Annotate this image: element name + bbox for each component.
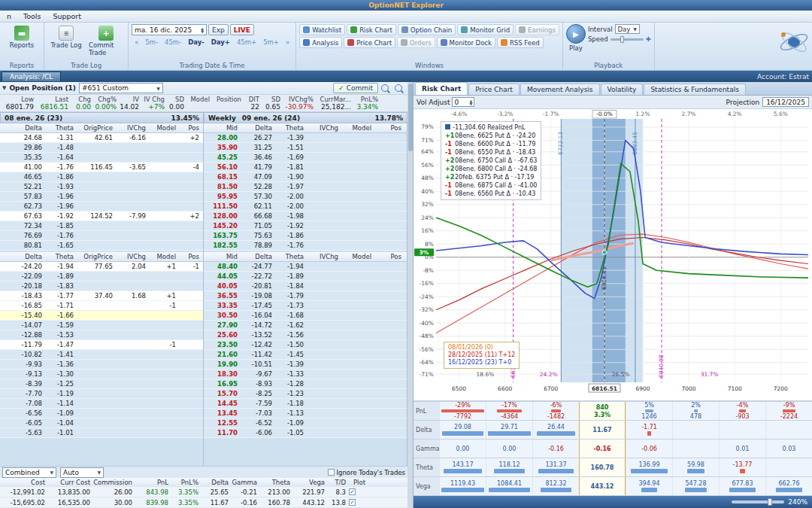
option-row[interactable]: -16.85-1.71-1 — [0, 301, 203, 311]
option-row[interactable]: 29.86-1.48 — [0, 143, 203, 153]
option-row[interactable]: -5.63-1.01 — [0, 428, 203, 438]
option-row[interactable]: 163.7575.63-1.86 — [204, 231, 407, 241]
option-row[interactable]: 67.63-1.92124.52-7.99+2 — [0, 211, 203, 221]
plot-checkbox[interactable]: ✓ — [349, 488, 356, 495]
menu-item-tools[interactable]: Tools — [18, 11, 46, 21]
auto-select[interactable]: Auto▼ — [60, 467, 104, 478]
option-row[interactable]: 68.1547.09-1.90 — [204, 172, 407, 182]
collapse-chevron-icon[interactable]: ▼ — [2, 85, 6, 91]
option-row[interactable]: 33.35-17.45-1.73 — [204, 301, 407, 311]
option-row[interactable]: 48.40-24.77-1.94 — [204, 262, 407, 272]
option-row[interactable]: 56.1041.79-1.81 — [204, 163, 407, 172]
option-row[interactable]: 45.2536.46-1.69 — [204, 153, 407, 163]
option-row[interactable]: 16.95-8.93-1.28 — [204, 379, 407, 389]
menu-item-n[interactable]: n — [2, 11, 17, 21]
price-chart-button[interactable]: Price Chart — [344, 37, 395, 48]
option-row[interactable]: 128.0066.68-1.98 — [204, 211, 407, 221]
option-row[interactable]: 44.05-22.72-1.89 — [204, 272, 407, 281]
option-row[interactable]: 35.35-1.64 — [0, 153, 203, 163]
option-row[interactable]: -14.07-1.59 — [0, 321, 203, 330]
time-nav-day[interactable]: Day- — [185, 37, 208, 47]
monitor-dock-button[interactable]: Monitor Dock — [437, 37, 495, 48]
combined-select[interactable]: Combined▼ — [2, 467, 56, 478]
option-row[interactable]: -12.88-1.53 — [0, 330, 203, 340]
tab-price-chart[interactable]: Price Chart — [468, 84, 520, 95]
time-nav-day[interactable]: Day+ — [208, 37, 233, 47]
live-button[interactable]: LIVE — [230, 24, 254, 35]
commit-button[interactable]: ✓ Commit — [333, 83, 378, 93]
option-row[interactable]: -11.79-1.47-1 — [0, 340, 203, 350]
speed-slider[interactable] — [611, 38, 644, 41]
analysis-button[interactable]: Analysis — [299, 37, 342, 48]
time-nav-5m[interactable]: 5m+ — [260, 37, 282, 47]
vertical-scrollbar[interactable] — [408, 82, 414, 508]
watchlist-button[interactable]: Watchlist — [299, 24, 345, 35]
date-spinner[interactable]: ▲▼ — [201, 27, 204, 33]
option-row[interactable]: 111.5062.11-2.00 — [204, 202, 407, 211]
tab-risk-chart[interactable]: Risk Chart — [415, 82, 468, 95]
option-row[interactable]: 13.45-7.03-1.13 — [204, 409, 407, 418]
option-row[interactable]: 46.65-1.86 — [0, 172, 203, 182]
commit-trade-button[interactable]: + Commit Trade — [87, 24, 125, 58]
trade-log-button[interactable]: ≡ Trade Log — [47, 24, 85, 50]
option-row[interactable]: 182.5578.89-1.76 — [204, 241, 407, 251]
speed-plus-icon[interactable]: ✚ — [646, 35, 651, 43]
vol-adjust-spinner[interactable]: 0 ▲▼ — [452, 97, 474, 107]
option-row[interactable]: 24.68-1.3142.61-6.16+2 — [0, 133, 203, 143]
option-row[interactable]: 76.69-1.76 — [0, 231, 203, 241]
monitor-grid-button[interactable]: Monitor Grid — [457, 24, 514, 35]
exp-button[interactable]: Exp — [208, 24, 229, 35]
expiry-header-right[interactable]: Weekly 09 ene. 26 (24) 13.78% — [204, 112, 408, 123]
time-nav-45m[interactable]: 45m- — [162, 37, 184, 47]
option-chain-button[interactable]: Option Chain — [398, 24, 456, 35]
option-row[interactable]: 14.45-7.59-1.18 — [204, 399, 407, 409]
tab-analysis-cl[interactable]: Analysis: /CL — [2, 71, 61, 81]
option-row[interactable]: 80.81-1.65 — [0, 241, 203, 251]
strategy-select[interactable]: #651 Custom▼ — [79, 83, 163, 93]
option-row[interactable]: 30.50-16.04-1.68 — [204, 311, 407, 321]
reports-button[interactable]: ▬ Reports — [3, 24, 41, 50]
time-nav-45m[interactable]: 45m+ — [234, 37, 259, 47]
speed-slider-thumb[interactable] — [620, 36, 624, 43]
expiry-header-left[interactable]: 08 ene. 26 (23) 13.45% — [0, 112, 204, 123]
interval-select[interactable]: Day▼ — [615, 24, 640, 34]
option-row[interactable]: 41.00-1.76116.45-3.65-4 — [0, 163, 203, 172]
option-row[interactable]: 19.90-10.51-1.39 — [204, 360, 407, 370]
time-nav-next-icon[interactable]: » — [283, 37, 292, 47]
option-row[interactable]: 72.34-1.85 — [0, 221, 203, 231]
option-row[interactable]: -6.05-1.04 — [0, 418, 203, 428]
option-row[interactable]: 145.2071.05-1.92 — [204, 221, 407, 231]
rss-feed-button[interactable]: RSS Feed — [497, 37, 544, 48]
option-row[interactable]: -8.39-1.25 — [0, 379, 203, 389]
option-row[interactable]: 95.9557.30-2.00 — [204, 192, 407, 202]
zoom-slider-thumb[interactable] — [768, 498, 772, 506]
option-row[interactable]: 25.60-13.52-1.56 — [204, 330, 407, 340]
zoom-in-icon[interactable] — [381, 84, 389, 92]
summary-row[interactable]: -12,991.0213,835.0026.00843.983.35%25.65… — [0, 487, 408, 497]
plot-checkbox[interactable]: ✓ — [349, 499, 356, 506]
option-row[interactable]: 62.73-1.96 — [0, 202, 203, 211]
option-row[interactable]: -7.70-1.19 — [0, 389, 203, 399]
option-row[interactable]: 52.21-1.93 — [0, 182, 203, 192]
vol-adjust-arrows-icon[interactable]: ▲▼ — [470, 99, 473, 105]
projection-date[interactable]: 16/12/2025 — [762, 97, 809, 107]
option-row[interactable]: 21.60-11.42-1.45 — [204, 350, 407, 360]
scrollbar-thumb[interactable] — [408, 84, 413, 151]
menu-item-support[interactable]: Support — [47, 11, 86, 21]
tab-movement-analysis[interactable]: Movement Analysis — [520, 84, 600, 95]
option-row[interactable]: 35.9031.25-1.51 — [204, 143, 407, 153]
option-row[interactable]: 40.05-20.81-1.84 — [204, 281, 407, 291]
option-row[interactable]: -20.18-1.83 — [0, 281, 203, 291]
ignore-trades-checkbox[interactable] — [328, 469, 335, 476]
option-row[interactable]: -18.43-1.7737.401.68+1 — [0, 291, 203, 301]
option-row[interactable]: -9.93-1.36 — [0, 360, 203, 370]
option-row[interactable]: 11.70-6.06-1.05 — [204, 428, 407, 438]
time-nav-5m[interactable]: 5m- — [142, 37, 161, 47]
option-row[interactable]: -6.56-1.09 — [0, 409, 203, 418]
option-row[interactable]: 23.50-12.42-1.50 — [204, 340, 407, 350]
option-row[interactable]: -9.13-1.30 — [0, 370, 203, 379]
option-row[interactable]: -24.20-1.9477.652.04+1-1 — [0, 262, 203, 272]
trading-date-input[interactable]: ma. 16 dic. 2025 ▲▼ — [132, 24, 207, 35]
tab-statistics-fundamentals[interactable]: Statistics & Fundamentals — [644, 84, 745, 95]
play-button[interactable]: ▶ — [566, 24, 586, 44]
